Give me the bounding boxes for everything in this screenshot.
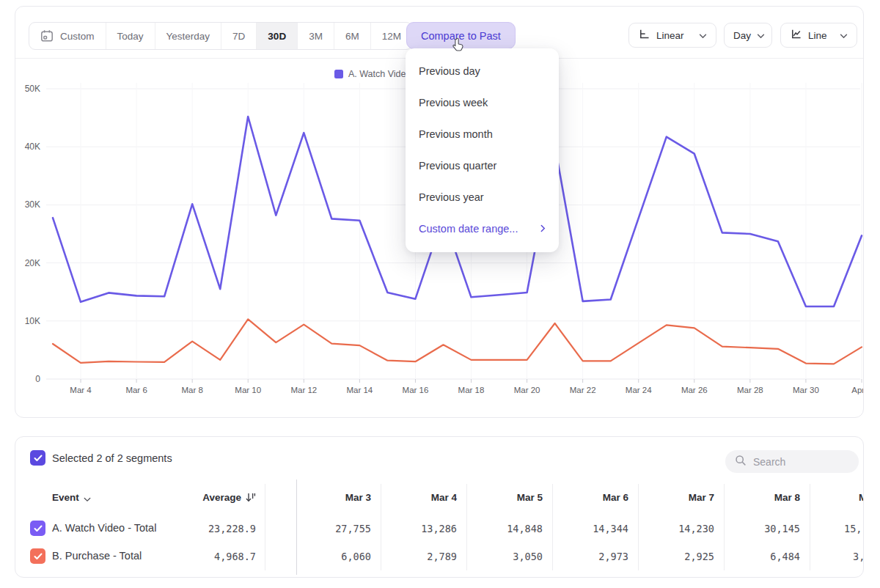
calendar-icon bbox=[40, 29, 54, 43]
column-separator bbox=[810, 484, 810, 570]
column-header-date: Mar 4 bbox=[431, 492, 457, 503]
cell-value: 6,484 bbox=[770, 551, 800, 562]
search-input[interactable]: Search bbox=[725, 450, 859, 473]
cell-value: 13,286 bbox=[421, 523, 457, 534]
x-axis-label: Mar 18 bbox=[458, 386, 485, 394]
search-icon bbox=[735, 455, 747, 469]
range-3m[interactable]: 3M bbox=[297, 23, 334, 49]
cell-value: 14,344 bbox=[593, 523, 628, 534]
column-header-date-clipped: M bbox=[859, 492, 864, 503]
menu-item-previous-year[interactable]: Previous year bbox=[406, 181, 559, 213]
chevron-down-icon bbox=[84, 493, 91, 504]
select-all-checkbox[interactable] bbox=[30, 450, 45, 466]
row-checkbox[interactable] bbox=[30, 521, 45, 536]
column-header-average-sort[interactable]: Average bbox=[202, 492, 256, 504]
column-header-date: Mar 3 bbox=[345, 492, 371, 503]
segment-row-label: B. Purchase - Total bbox=[52, 550, 142, 562]
date-range-picker: Custom Today Yesterday 7D 30D 3M 6M 12M bbox=[29, 22, 413, 50]
column-separator bbox=[466, 484, 467, 570]
cell-value: 14,230 bbox=[678, 523, 714, 534]
column-separator bbox=[724, 484, 725, 570]
compare-menu: Previous day Previous week Previous mont… bbox=[406, 48, 559, 252]
granularity-select[interactable]: Day bbox=[724, 23, 772, 48]
chevron-down-icon bbox=[840, 30, 848, 41]
scale-select[interactable]: Linear bbox=[628, 23, 716, 48]
column-separator bbox=[381, 484, 381, 570]
analytics-dashboard: Custom Today Yesterday 7D 30D 3M 6M 12M … bbox=[0, 0, 880, 588]
cell-value: 14,848 bbox=[507, 523, 543, 534]
x-axis-label: Mar 10 bbox=[235, 386, 261, 394]
column-header-date: Mar 6 bbox=[603, 492, 628, 503]
linear-axis-icon bbox=[638, 28, 650, 43]
x-axis-label: Mar 30 bbox=[793, 386, 819, 394]
cell-value: 2,925 bbox=[684, 551, 714, 562]
cell-value: 6,060 bbox=[341, 551, 371, 562]
y-axis-label: 30K bbox=[25, 199, 40, 210]
x-axis-label: Mar 28 bbox=[737, 386, 763, 394]
x-axis-label: Mar 24 bbox=[626, 386, 652, 394]
x-axis-label: Mar 6 bbox=[125, 386, 147, 394]
range-30d-active[interactable]: 30D bbox=[256, 23, 297, 49]
column-header-date: Mar 7 bbox=[689, 492, 714, 503]
menu-item-previous-month[interactable]: Previous month bbox=[406, 118, 559, 150]
range-today[interactable]: Today bbox=[106, 23, 155, 49]
search-placeholder: Search bbox=[753, 456, 785, 468]
cell-value: 2,789 bbox=[427, 551, 457, 562]
column-header-date: Mar 8 bbox=[774, 492, 800, 503]
check-icon bbox=[34, 553, 43, 560]
column-separator bbox=[638, 484, 639, 570]
range-yesterday[interactable]: Yesterday bbox=[155, 23, 221, 49]
segments-card: Selected 2 of 2 segments Search EventAve… bbox=[15, 436, 864, 578]
x-axis-label: Mar 26 bbox=[681, 386, 708, 394]
range-6m[interactable]: 6M bbox=[334, 23, 370, 49]
range-7d[interactable]: 7D bbox=[221, 23, 256, 49]
check-icon bbox=[34, 525, 43, 532]
range-custom[interactable]: Custom bbox=[29, 23, 106, 49]
segment-row-label: A. Watch Video - Total bbox=[52, 522, 156, 534]
cell-value: 2,973 bbox=[598, 551, 628, 562]
column-separator bbox=[265, 484, 265, 570]
menu-item-previous-week[interactable]: Previous week bbox=[406, 87, 559, 118]
menu-item-previous-quarter[interactable]: Previous quarter bbox=[406, 150, 559, 181]
y-axis-label: 40K bbox=[25, 142, 40, 152]
chevron-down-icon bbox=[757, 30, 765, 41]
y-axis-label: 0 bbox=[35, 374, 40, 384]
column-separator bbox=[552, 484, 553, 570]
cell-value-clipped: 3, bbox=[853, 551, 864, 562]
cell-value: 3,050 bbox=[513, 551, 543, 562]
range-label: Custom bbox=[60, 31, 95, 42]
x-axis-label: Mar 4 bbox=[70, 386, 92, 394]
cell-value: 27,755 bbox=[335, 523, 371, 534]
cell-value-clipped: 15, bbox=[844, 523, 862, 534]
x-axis-label: Mar 12 bbox=[290, 386, 317, 394]
chevron-down-icon bbox=[699, 30, 707, 41]
menu-item-previous-day[interactable]: Previous day bbox=[406, 55, 559, 87]
x-axis-label: Mar 16 bbox=[403, 386, 429, 394]
row-checkbox[interactable] bbox=[30, 548, 45, 564]
column-header-date: Mar 5 bbox=[517, 492, 543, 503]
series-line-1 bbox=[53, 319, 862, 364]
cell-value: 30,145 bbox=[764, 523, 800, 534]
column-header-event[interactable]: Event bbox=[52, 492, 91, 504]
chart-type-select[interactable]: Line bbox=[780, 23, 857, 48]
cursor-pointer-icon bbox=[450, 37, 466, 56]
sort-descending-icon bbox=[246, 493, 256, 504]
x-axis-label: Mar 22 bbox=[570, 386, 596, 394]
cell-average: 23,228.9 bbox=[208, 523, 256, 534]
check-icon bbox=[34, 455, 43, 462]
y-axis-label: 20K bbox=[25, 258, 40, 268]
menu-item-custom-date-range[interactable]: Custom date range... bbox=[406, 213, 559, 244]
x-axis-label: Mar 14 bbox=[346, 386, 373, 394]
cell-average: 4,968.7 bbox=[214, 551, 256, 562]
legend-swatch-purple bbox=[334, 70, 343, 78]
x-axis-label: Mar 8 bbox=[181, 386, 202, 394]
selected-segments-label: Selected 2 of 2 segments bbox=[52, 452, 172, 464]
line-chart-icon bbox=[790, 28, 802, 43]
frozen-column-boundary[interactable] bbox=[296, 479, 297, 575]
x-axis-label: Apr 1 bbox=[851, 386, 863, 394]
y-axis-label: 50K bbox=[25, 84, 40, 94]
y-axis-label: 10K bbox=[25, 316, 40, 326]
chevron-right-icon bbox=[540, 223, 546, 235]
x-axis-label: Mar 20 bbox=[514, 386, 540, 394]
